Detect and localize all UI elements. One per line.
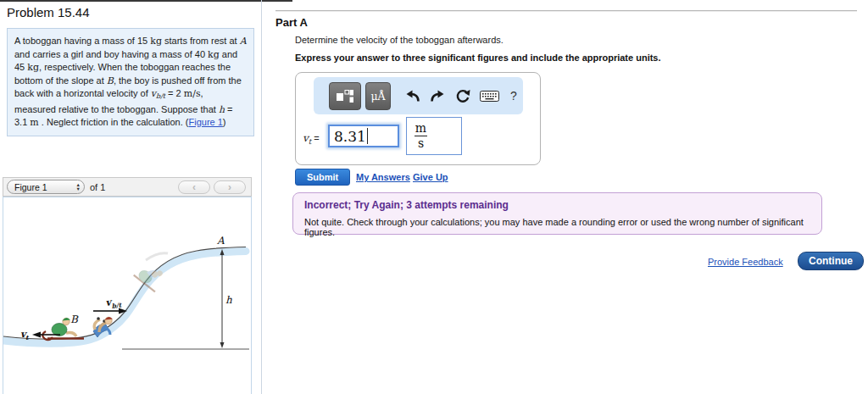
units-input[interactable]: m s: [406, 117, 462, 155]
figure-link[interactable]: Figure 1: [189, 117, 223, 127]
unit-numerator: m: [415, 122, 426, 135]
unit-fraction: m s: [415, 122, 427, 150]
label-b: B: [70, 314, 79, 325]
faded-rider: [134, 259, 168, 291]
answer-box: μÅ: [295, 72, 541, 165]
keyboard-button[interactable]: [480, 91, 499, 102]
answer-variable-label: vt =: [303, 132, 320, 146]
label-a: A: [216, 235, 225, 247]
symbol-palette-icon: [336, 89, 354, 103]
figure-panel: A h: [3, 197, 252, 394]
submit-button[interactable]: Submit: [295, 169, 350, 186]
statement-segment: m/s: [184, 88, 201, 99]
problem-statement: A toboggan having a mass of 15 kg starts…: [7, 28, 254, 136]
mastering-physics-page: Problem 15.44 A toboggan having a mass o…: [0, 0, 868, 394]
figure-count-label: of 1: [90, 182, 105, 192]
redo-button[interactable]: [430, 90, 446, 103]
undo-icon: [404, 90, 420, 103]
chevron-left-icon: ‹: [192, 183, 196, 191]
motion-blur: [146, 253, 168, 260]
answer-value: 8.31: [334, 128, 366, 145]
var-main: v: [303, 132, 309, 144]
figure-prev-button[interactable]: ‹: [178, 180, 210, 194]
figure-toolbar: Figure 1 ▲▼ of 1 ‹ ›: [3, 177, 252, 197]
toboggan-figure: A h: [3, 197, 251, 394]
statement-segment: B: [107, 75, 114, 86]
reset-button[interactable]: [455, 89, 470, 103]
statement-segment: and carries a girl and boy having a mass…: [14, 49, 208, 59]
equation-toolbar: μÅ: [314, 77, 523, 114]
equals-sign: =: [314, 133, 319, 143]
statement-segment: A toboggan having a mass of 15: [14, 36, 150, 46]
statement-segment: h: [219, 104, 225, 115]
feedback-box: Incorrect; Try Again; 3 attempts remaini…: [292, 192, 822, 235]
redo-icon: [430, 90, 446, 103]
statement-segment: . Neglect friction in the calculation. (: [39, 117, 189, 127]
dim-arrow-down: [220, 342, 225, 348]
figure-select-value: Figure 1: [14, 182, 47, 192]
units-button[interactable]: μÅ: [365, 82, 391, 110]
units-button-label: μÅ: [370, 90, 385, 103]
statement-segment: kg: [150, 36, 162, 47]
reset-icon: [455, 89, 470, 103]
keyboard-icon: [480, 91, 499, 102]
provide-feedback-link[interactable]: Provide Feedback: [708, 257, 783, 267]
chevron-right-icon: ›: [228, 183, 231, 191]
symbol-palette-button[interactable]: [329, 82, 361, 110]
give-up-link[interactable]: Give Up: [413, 172, 448, 182]
section-divider: [275, 10, 857, 12]
my-answers-link[interactable]: My Answers: [356, 172, 410, 182]
statement-segment: A: [240, 36, 247, 47]
question-text: Determine the velocity of the toboggan a…: [295, 35, 504, 45]
unit-denominator: s: [418, 137, 424, 150]
statement-segment: = 2: [165, 88, 184, 98]
vt-arrowhead: [32, 332, 41, 338]
figure-select-dropdown[interactable]: Figure 1 ▲▼: [7, 180, 85, 194]
top-edge-line: [0, 0, 292, 2]
var-sub: t: [309, 137, 311, 146]
statement-segment: kg: [208, 49, 220, 60]
hill-surface: [3, 247, 246, 340]
text-caret: [367, 128, 368, 144]
problem-title: Problem 15.44: [7, 5, 90, 19]
stepper-icon: ▲▼: [76, 183, 81, 191]
statement-segment: b/t: [156, 92, 165, 100]
answer-input[interactable]: 8.31: [328, 125, 399, 147]
continue-button[interactable]: Continue: [798, 252, 864, 270]
feedback-title: Incorrect; Try Again; 3 attempts remaini…: [304, 199, 509, 211]
statement-segment: ): [223, 117, 226, 127]
vbt-sub-label: b/t: [111, 301, 123, 310]
statement-segment: starts from rest at: [162, 36, 240, 46]
statement-segment: m: [30, 117, 38, 128]
instruction-text: Express your answer to three significant…: [295, 53, 661, 63]
snow-band: [3, 252, 246, 344]
undo-button[interactable]: [404, 90, 420, 103]
panel-divider: [261, 0, 262, 394]
figure-next-button[interactable]: ›: [214, 180, 246, 194]
figure-nav: ‹ ›: [178, 180, 246, 194]
label-h: h: [225, 294, 232, 306]
feedback-message: Not quite. Check through your calculatio…: [304, 217, 821, 237]
help-button[interactable]: ?: [510, 89, 517, 103]
statement-segment: kg: [27, 62, 39, 73]
part-a-title: Part A: [275, 16, 308, 29]
